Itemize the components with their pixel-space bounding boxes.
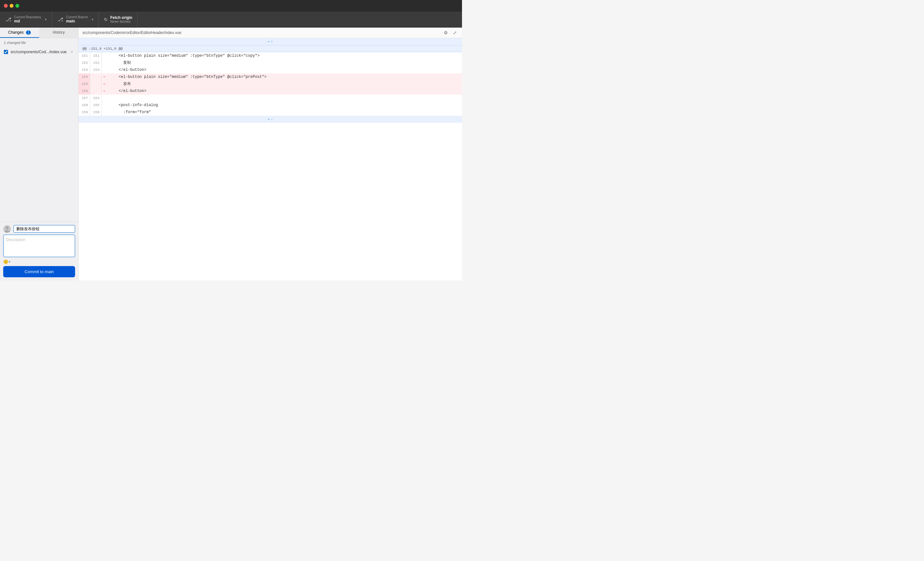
file-checkbox[interactable]: [4, 50, 8, 54]
diff-row: 151 151 <el-button plain size="medium" :…: [79, 52, 462, 59]
expand-top-icon: ⋯: [268, 40, 270, 43]
changes-badge: 1: [26, 30, 31, 34]
fetch-label: Fetch origin: [110, 15, 132, 20]
close-button[interactable]: [4, 4, 8, 8]
main-area: Changes 1 History 1 changed file src/com…: [0, 28, 462, 280]
diff-code: 复制: [107, 59, 462, 66]
commit-footer: 🙂+: [3, 258, 75, 266]
expand-top-arrow: ↑: [271, 40, 273, 43]
fetch-icon: ↻: [104, 17, 108, 22]
repository-label: Current Repository: [14, 15, 41, 19]
file-name: src/components/Cod.../index.vue: [10, 50, 67, 54]
old-line-num: 155: [79, 81, 90, 88]
co-author-button[interactable]: 🙂+: [3, 259, 11, 264]
branch-value: main: [66, 19, 88, 23]
current-branch-section[interactable]: ⎇ Current Branch main ▾: [52, 12, 99, 27]
diff-view: ⋯ ↑ @@ -151,9 +151,6 @@ 151 151 <el-butt…: [79, 38, 462, 280]
diff-row: 152 152 复制: [79, 59, 462, 66]
repository-icon: ⎇: [5, 16, 12, 22]
expand-bottom-arrow: ↓: [271, 118, 273, 121]
diff-code: </el-button>: [107, 66, 462, 73]
diff-code: <el-button plain size="medium" :type="bt…: [107, 52, 462, 59]
branch-label: Current Branch: [66, 15, 88, 19]
diff-row-removed: 155 – 发布: [79, 81, 462, 88]
svg-point-1: [4, 230, 10, 233]
diff-sign: [102, 102, 107, 109]
commit-description-input[interactable]: [3, 235, 75, 257]
old-line-num: 152: [79, 59, 90, 66]
diff-row-removed: 156 – </el-button>: [79, 88, 462, 94]
co-author-icon: 🙂+: [3, 259, 11, 264]
header-actions: ⚙ ⤢: [442, 30, 458, 36]
tab-history[interactable]: History: [39, 28, 78, 38]
fetch-sub: Never fetched: [110, 20, 132, 23]
new-line-num: 153: [90, 66, 102, 73]
commit-button-label: Commit to main: [24, 269, 54, 274]
minimize-button[interactable]: [10, 4, 14, 8]
fetch-origin-section[interactable]: ↻ Fetch origin Never fetched: [99, 12, 138, 27]
hunk-header-text: @@ -151,9 +151,6 @@: [82, 47, 123, 51]
diff-code: <post-info-dialog: [107, 102, 462, 109]
diff-sign: [102, 59, 107, 66]
changed-files-header: 1 changed file: [0, 38, 78, 47]
repository-chevron-icon: ▾: [45, 18, 46, 21]
diff-code: 发布: [107, 81, 462, 88]
expand-bottom[interactable]: ⋯ ↓: [79, 116, 462, 123]
diff-row: 153 153 </el-button>: [79, 66, 462, 73]
diff-sign: –: [102, 88, 107, 94]
repository-value: md: [14, 19, 41, 23]
settings-button[interactable]: ⚙: [442, 30, 449, 36]
old-line-num: 153: [79, 66, 90, 73]
maximize-button[interactable]: [15, 4, 19, 8]
diff-code: :form="form": [107, 109, 462, 116]
diff-row: 158 155 <post-info-dialog: [79, 102, 462, 109]
file-item[interactable]: src/components/Cod.../index.vue ×: [0, 47, 78, 57]
commit-button[interactable]: Commit to main: [3, 266, 75, 277]
diff-row: 157 154: [79, 94, 462, 102]
tab-changes[interactable]: Changes 1: [0, 28, 39, 38]
old-line-num: 154: [79, 73, 90, 81]
toolbar: ⎇ Current Repository md ▾ ⎇ Current Bran…: [0, 12, 462, 28]
expand-top[interactable]: ⋯ ↑: [79, 38, 462, 45]
file-discard-icon[interactable]: ×: [69, 49, 74, 55]
old-line-num: 151: [79, 52, 90, 59]
tab-changes-label: Changes: [8, 30, 24, 34]
current-repository-section[interactable]: ⎇ Current Repository md ▾: [0, 12, 52, 27]
expand-button[interactable]: ⤢: [452, 30, 458, 36]
commit-message-header: [3, 225, 75, 233]
file-path: src/components/CodemirrorEditor/EditorHe…: [82, 30, 181, 35]
new-line-num: 154: [90, 94, 102, 102]
diff-sign: –: [102, 81, 107, 88]
new-line-num: 152: [90, 59, 102, 66]
old-line-num: 159: [79, 109, 90, 116]
traffic-lights: [4, 4, 19, 8]
diff-code: <el-button plain size="medium" :type="bt…: [107, 73, 462, 81]
sidebar-tabs: Changes 1 History: [0, 28, 78, 38]
new-line-num: 151: [90, 52, 102, 59]
diff-row-removed: 154 – <el-button plain size="medium" :ty…: [79, 73, 462, 81]
hunk-header: @@ -151,9 +151,6 @@: [79, 45, 462, 52]
old-line-num: 157: [79, 94, 90, 102]
diff-row: 159 156 :form="form": [79, 109, 462, 116]
branch-icon: ⎇: [57, 16, 63, 22]
titlebar: [0, 0, 462, 12]
avatar: [3, 225, 11, 233]
old-line-num: 156: [79, 88, 90, 94]
changed-files-count: 1 changed file: [4, 41, 26, 45]
diff-sign: [102, 109, 107, 116]
branch-chevron-icon: ▾: [92, 18, 93, 21]
new-line-num: [90, 73, 102, 81]
diff-sign: [102, 94, 107, 102]
diff-sign: –: [102, 73, 107, 81]
diff-code: </el-button>: [107, 88, 462, 94]
commit-section: 🙂+ Commit to main: [0, 221, 78, 280]
commit-title-input[interactable]: [14, 225, 75, 233]
svg-point-0: [6, 226, 9, 229]
diff-sign: [102, 66, 107, 73]
diff-code: [107, 94, 462, 102]
new-line-num: 155: [90, 102, 102, 109]
repository-text: Current Repository md: [14, 15, 41, 23]
fetch-text: Fetch origin Never fetched: [110, 15, 132, 23]
branch-text: Current Branch main: [66, 15, 88, 23]
new-line-num: [90, 81, 102, 88]
